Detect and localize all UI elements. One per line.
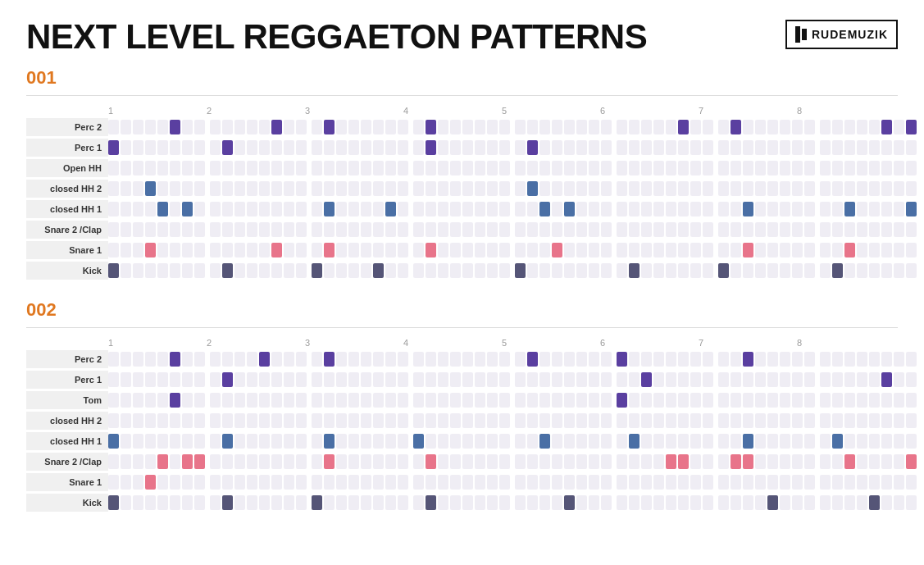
grid-cell: [515, 120, 526, 134]
track-cells: [108, 495, 920, 510]
grid-cell: [564, 120, 575, 134]
track-label: Perc 1: [26, 371, 108, 389]
grid-cell: [906, 243, 917, 257]
grid-cell: [284, 161, 294, 175]
track-cells: [108, 243, 920, 257]
grid-cell: [552, 454, 562, 469]
grid-cell: [857, 120, 867, 134]
grid-cell: [731, 393, 741, 408]
grid-cell: [703, 243, 713, 257]
grid-cell: [361, 140, 371, 155]
grid-cell: [324, 181, 335, 196]
grid-cell: [271, 243, 282, 257]
grid-cell: [869, 263, 880, 278]
grid-cell: [487, 202, 498, 216]
grid-cell: [894, 140, 904, 155]
grid-cell: [690, 181, 701, 196]
grid-cell: [844, 393, 855, 408]
grid-cell: [629, 222, 640, 237]
grid-cell: [462, 202, 473, 216]
grid-cell: [703, 372, 713, 387]
beat-num-4: 4: [403, 106, 502, 116]
grid-cell: [426, 181, 436, 196]
grid-cell: [894, 222, 904, 237]
grid-cell: [869, 243, 880, 257]
grid-cell: [539, 181, 550, 196]
grid-cell: [475, 120, 485, 134]
grid-cell: [385, 495, 396, 510]
grid-cell: [121, 393, 131, 408]
grid-cell: [450, 495, 461, 510]
grid-cell: [487, 263, 498, 278]
grid-cell: [731, 243, 741, 257]
grid-cell: [857, 434, 867, 449]
grid-cell: [820, 413, 831, 428]
grid-cell: [666, 372, 676, 387]
grid-cell: [576, 181, 587, 196]
grid-cell: [157, 352, 168, 367]
grid-cell: [348, 222, 359, 237]
grid-cell: [475, 372, 485, 387]
grid-cell: [755, 413, 766, 428]
grid-cell: [247, 393, 257, 408]
grid-cell: [678, 140, 689, 155]
grid-cell: [539, 263, 550, 278]
grid-cell: [487, 372, 498, 387]
grid-cell: [653, 263, 664, 278]
grid-cell: [641, 454, 652, 469]
grid-cell: [617, 352, 627, 367]
grid-cell: [589, 202, 599, 216]
grid-cell: [832, 243, 843, 257]
grid-cell: [373, 372, 384, 387]
grid-cell: [324, 243, 335, 257]
grid-cell: [767, 413, 778, 428]
grid-cell: [844, 140, 855, 155]
grid-cell: [653, 222, 664, 237]
grid-cell: [145, 161, 156, 175]
grid-cell: [881, 413, 892, 428]
grid-cell: [576, 372, 587, 387]
grid-cell: [869, 413, 880, 428]
grid-cell: [881, 243, 892, 257]
grid-cell: [906, 372, 917, 387]
track-cells: [108, 181, 920, 196]
grid-cell: [247, 413, 257, 428]
grid-cell: [348, 243, 359, 257]
grid-cell: [539, 434, 550, 449]
grid-cell: [170, 263, 180, 278]
grid-cell: [780, 140, 790, 155]
grid-cell: [271, 495, 282, 510]
grid-cell: [629, 495, 640, 510]
grid-cell: [398, 120, 408, 134]
beat-num-7: 7: [699, 338, 797, 348]
grid-cell: [324, 434, 335, 449]
grid-cell: [527, 161, 538, 175]
grid-cell: [731, 454, 741, 469]
grid-cell: [804, 202, 815, 216]
grid-cell: [589, 222, 599, 237]
grid-001: 12345678Perc 2Perc 1Open HHclosed HH 2cl…: [26, 106, 898, 280]
grid-cell: [438, 243, 448, 257]
grid-cell: [755, 140, 766, 155]
grid-cell: [857, 181, 867, 196]
track-cells: [108, 475, 920, 490]
grid-cell: [653, 372, 664, 387]
grid-cell: [552, 120, 562, 134]
grid-cell: [539, 161, 550, 175]
grid-cell: [259, 181, 270, 196]
grid-cell: [629, 393, 640, 408]
grid-cell: [170, 202, 180, 216]
grid-cell: [348, 495, 359, 510]
track-row: Open HH: [26, 159, 898, 177]
grid-cell: [718, 495, 729, 510]
grid-cell: [703, 434, 713, 449]
grid-cell: [296, 372, 307, 387]
grid-cell: [312, 181, 322, 196]
grid-cell: [527, 372, 538, 387]
grid-cell: [857, 372, 867, 387]
grid-cell: [564, 434, 575, 449]
grid-cell: [108, 434, 119, 449]
grid-cell: [576, 243, 587, 257]
grid-cell: [832, 495, 843, 510]
grid-cell: [629, 434, 640, 449]
